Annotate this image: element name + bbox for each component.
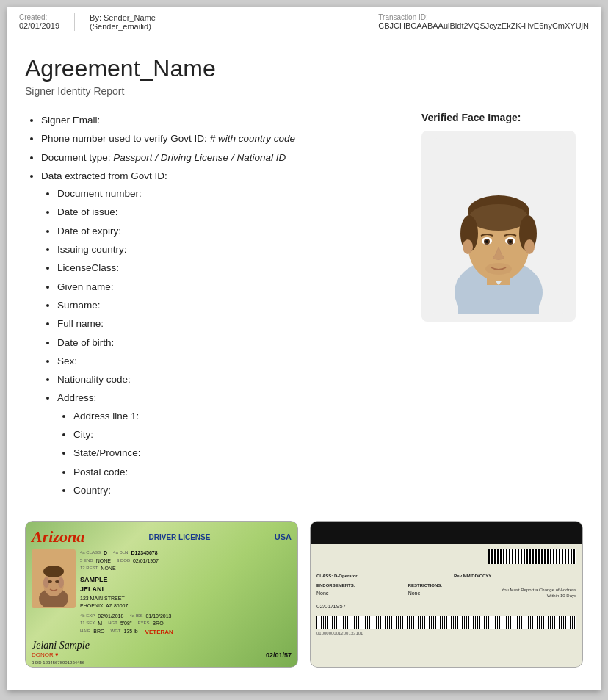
address-line1-item: Address line 1: (73, 408, 407, 425)
az-end-row: 5 END NONE 3 DOB 02/01/1957 (80, 558, 292, 566)
back-endorsements-col: ENDORSEMENTS: None (316, 582, 394, 599)
license-class-item: LicenseClass: (57, 259, 407, 277)
az-dob-label: 3 DOB (117, 558, 130, 566)
main-bullet-list: Signer Email: Phone number used to verif… (25, 112, 407, 499)
az-state-name: Arizona (32, 527, 84, 546)
svg-point-22 (43, 566, 64, 577)
back-rev-label: Rev MM/DD/CCYY (454, 574, 491, 578)
svg-point-26 (55, 580, 59, 583)
phone-value: # with country code (210, 133, 295, 144)
transaction-id: CBJCHBCAABAAulBldt2VQSJcyzEkZK-HvE6nyCmX… (378, 21, 589, 30)
az-footer-row: DONOR ♥ 02/01/57 (32, 652, 292, 659)
az-info: 4a CLASS D 4a DLN D12345678 5 END NONE 3… (80, 549, 292, 637)
az-usa-label: USA (275, 533, 292, 541)
face-image-box (421, 131, 576, 322)
agreement-name: Agreement_Name (25, 55, 583, 82)
header-transaction: Transaction ID: CBJCHBCAABAAulBldt2VQSJc… (378, 13, 589, 31)
az-dl-label: DRIVER LICENSE (149, 533, 211, 541)
az-rest-value: NONE (101, 565, 115, 573)
az-hair-row: HAIR BRO WGT 135 lb VETERAN (80, 628, 292, 637)
az-rest-row: 12 REST NONE (80, 565, 292, 573)
signer-email-item: Signer Email: (41, 112, 407, 129)
back-class-label: CLASS: D-Operator (316, 574, 358, 578)
back-endorsements-row: ENDORSEMENTS: None RESTRICTIONS: None Yo… (316, 582, 576, 599)
postal-item: Postal code: (73, 463, 407, 481)
doc-type-item: Document type: Passport / Driving Licens… (41, 149, 407, 167)
data-extracted-label: Data extracted from Govt ID: (41, 170, 167, 181)
az-end-value: NONE (96, 558, 111, 566)
svg-point-18 (485, 263, 512, 275)
az-hgt-label: HGT (108, 620, 117, 628)
az-sex-row: 11 SEX M HGT 5'08" EYES BRO (80, 620, 292, 628)
az-photo (32, 549, 76, 608)
az-city-state: PHOENIX, AZ 85007 (80, 602, 292, 610)
sex-item: Sex: (57, 353, 407, 370)
nationality-item: Nationality code: (57, 371, 407, 389)
face-portrait-svg (433, 138, 565, 314)
header: Created: 02/01/2019 By: Sender_Name (Sen… (7, 7, 601, 37)
back-barcode-top (316, 549, 576, 567)
sub-bullet-list: Document number: Date of issue: Date of … (41, 185, 407, 499)
phone-item: Phone number used to verify Govt ID: # w… (41, 130, 407, 148)
phone-label: Phone number used to verify Govt ID: (41, 133, 207, 144)
id-card-back: CLASS: D-Operator Rev MM/DD/CCYY ENDORSE… (310, 521, 583, 668)
back-date: 02/01/1957 (316, 602, 576, 612)
az-hair-label: HAIR (80, 628, 90, 637)
az-photo-svg (33, 551, 74, 607)
content: Agreement_Name Signer Identity Report Si… (7, 37, 601, 685)
document-number-item: Document number: (57, 185, 407, 203)
back-restrictions-value: None (408, 589, 485, 597)
az-donor: DONOR ♥ (32, 652, 59, 658)
dob-item: Date of birth: (57, 334, 407, 352)
az-hair-value: BRO (93, 628, 104, 637)
az-wgt-value: 135 lb (124, 628, 138, 637)
svg-point-7 (469, 204, 528, 231)
az-iss-value: 01/10/2013 (145, 613, 171, 621)
az-sex-value: M (98, 620, 102, 628)
back-endorsements-label: ENDORSEMENTS: (316, 582, 394, 590)
right-column: Verified Face Image: (421, 112, 583, 500)
city-item: City: (73, 426, 407, 444)
az-dob-value: 02/01/1957 (133, 558, 159, 566)
az-address: 123 MAIN STREET (80, 595, 292, 603)
back-bottom-text: 0100000001200133101 (316, 631, 576, 635)
az-barcode-text: 3 DD 12345678901234456 (32, 660, 292, 665)
svg-point-25 (48, 580, 52, 583)
id-card-front: Arizona DRIVER LICENSE USA (25, 521, 298, 668)
by-name: By: Sender_Name (90, 13, 156, 22)
created-label: Created: (19, 13, 59, 21)
by-email: (Sender_emailid) (90, 22, 156, 31)
az-class-label: 4a CLASS (80, 549, 101, 558)
az-exp-row: 4b EXP 02/01/2018 4a ISS 01/10/2013 (80, 613, 292, 621)
state-item: State/Province: (73, 444, 407, 462)
left-column: Signer Email: Phone number used to verif… (25, 112, 407, 500)
page: Created: 02/01/2019 By: Sender_Name (Sen… (7, 7, 601, 690)
issuing-country-item: Issuing country: (57, 241, 407, 259)
az-rest-label: 12 REST (80, 565, 98, 573)
header-created: Created: 02/01/2019 (19, 13, 74, 31)
az-class-row: 4a CLASS D 4a DLN D12345678 (80, 549, 292, 558)
az-eyes-label: EYES (137, 620, 149, 628)
svg-point-17 (509, 240, 512, 243)
az-hgt-value: 5'08" (120, 620, 132, 628)
data-extracted-item: Data extracted from Govt ID: Document nu… (41, 167, 407, 499)
az-first-name: JELANI (80, 585, 292, 595)
az-body: 4a CLASS D 4a DLN D12345678 5 END NONE 3… (32, 549, 292, 637)
full-name-item: Full name: (57, 315, 407, 333)
az-eyes-value: BRO (152, 620, 163, 628)
svg-point-16 (485, 240, 488, 243)
back-rev-col: Rev MM/DD/CCYY (454, 571, 576, 580)
signer-identity-report-label: Signer Identity Report (25, 85, 583, 97)
back-info: CLASS: D-Operator Rev MM/DD/CCYY ENDORSE… (316, 571, 576, 611)
az-end-label: 5 END (80, 558, 93, 566)
doc-type-value: Passport / Driving License / National ID (113, 152, 286, 163)
svg-point-11 (524, 239, 535, 254)
id-cards-section: Arizona DRIVER LICENSE USA (25, 521, 583, 668)
address-item: Address: Address line 1: City: State/Pro… (57, 389, 407, 499)
back-notice-text: You Must Report a Change of Address With… (499, 587, 576, 599)
created-date: 02/01/2019 (19, 21, 59, 30)
az-last-name: SAMPLE (80, 575, 292, 585)
back-magstripe (311, 522, 582, 544)
back-barcode-bottom (316, 616, 576, 629)
az-dln-label: 4a DLN (113, 549, 128, 558)
